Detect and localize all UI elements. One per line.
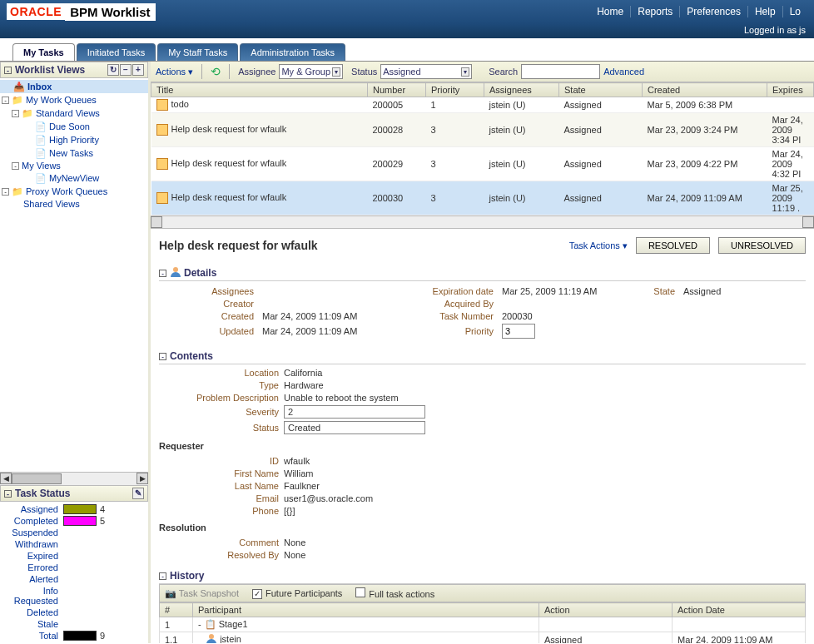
updated-value: Mar 24, 2009 11:09 AM bbox=[262, 326, 412, 336]
column-header[interactable]: Action bbox=[539, 603, 673, 617]
history-toolbar: 📷 Task Snapshot ✓Future Participants Ful… bbox=[159, 584, 806, 602]
task-status-row: Errored bbox=[3, 562, 145, 573]
nav-preferences[interactable]: Preferences bbox=[680, 6, 748, 17]
collapse-icon[interactable]: - bbox=[4, 67, 12, 74]
tab-administration-tasks[interactable]: Administration Tasks bbox=[240, 43, 345, 61]
firstname-label: First Name bbox=[176, 468, 284, 478]
status-label: Withdrawn bbox=[3, 539, 63, 549]
status-count: 4 bbox=[97, 504, 105, 514]
created-label: Created bbox=[176, 311, 259, 321]
task-snapshot-button[interactable]: 📷 Task Snapshot bbox=[165, 588, 239, 599]
tree-label: My Work Queues bbox=[26, 95, 97, 105]
task-status-header: - Task Status ✎ bbox=[0, 485, 148, 502]
column-header[interactable]: State bbox=[559, 83, 643, 97]
column-header[interactable]: Expires bbox=[767, 83, 814, 97]
tree-node[interactable]: 📄New Tasks bbox=[0, 146, 148, 160]
assignee-label: Assignee bbox=[238, 67, 275, 77]
location-label: Location bbox=[176, 368, 284, 378]
tree-node[interactable]: 📄High Priority bbox=[0, 133, 148, 146]
details-section-header[interactable]: -Details bbox=[159, 265, 806, 281]
actions-menu[interactable]: Actions ▾ bbox=[156, 67, 193, 77]
severity-input[interactable]: 2 bbox=[284, 405, 425, 419]
tree-node[interactable]: -📁My Work Queues bbox=[0, 93, 148, 107]
status-label: Completed bbox=[3, 516, 63, 526]
created-value: Mar 24, 2009 11:09 AM bbox=[262, 311, 412, 321]
priority-input[interactable] bbox=[502, 324, 535, 339]
tab-initiated-tasks[interactable]: Initiated Tasks bbox=[77, 43, 156, 61]
table-row[interactable]: Help desk request for wfaulk2000293jstei… bbox=[151, 147, 814, 181]
status-select[interactable]: Assigned▾ bbox=[380, 64, 472, 79]
detail-title: Help desk request for wfaulk bbox=[159, 239, 561, 252]
expander-icon[interactable]: - bbox=[12, 162, 19, 170]
tree-node[interactable]: -My Views bbox=[0, 160, 148, 171]
history-section-header[interactable]: -History bbox=[159, 568, 806, 584]
collapse-icon[interactable]: - bbox=[4, 490, 12, 498]
column-header[interactable]: Priority bbox=[426, 83, 484, 97]
column-header[interactable]: Action Date bbox=[673, 603, 806, 617]
nav-home[interactable]: Home bbox=[590, 6, 631, 17]
tree-node[interactable]: -📁Proxy Work Queues bbox=[0, 185, 148, 198]
history-table: #ParticipantActionAction Date 1-📋 Stage1… bbox=[159, 602, 806, 643]
column-header[interactable]: # bbox=[160, 603, 193, 617]
plus-icon[interactable]: + bbox=[132, 64, 144, 76]
expander-icon[interactable]: - bbox=[2, 188, 9, 196]
scroll-thumb[interactable] bbox=[12, 473, 62, 484]
assignee-select[interactable]: My & Group▾ bbox=[279, 64, 343, 79]
table-row[interactable]: Help desk request for wfaulk2000283jstei… bbox=[151, 113, 814, 147]
nav-logout[interactable]: Lo bbox=[783, 6, 807, 17]
table-scrollbar[interactable] bbox=[151, 215, 814, 229]
column-header[interactable]: Title bbox=[151, 83, 368, 97]
email-label: Email bbox=[176, 493, 284, 503]
nav-reports[interactable]: Reports bbox=[631, 6, 680, 17]
tab-my-staff-tasks[interactable]: My Staff Tasks bbox=[157, 43, 238, 61]
future-participants-checkbox[interactable]: ✓Future Participants bbox=[252, 588, 342, 599]
scroll-left-icon[interactable]: ◀ bbox=[0, 473, 12, 484]
assignees-label: Assignees bbox=[176, 286, 259, 296]
column-header[interactable]: Number bbox=[368, 83, 426, 97]
history-row[interactable]: 1-📋 Stage1 bbox=[160, 617, 806, 632]
tree-node[interactable]: 📄MyNewView bbox=[0, 171, 148, 185]
minus-icon[interactable]: − bbox=[120, 64, 132, 76]
table-row[interactable]: Help desk request for wfaulk2000303jstei… bbox=[151, 181, 814, 215]
history-row[interactable]: 1.1 jsteinAssignedMar 24, 2009 11:09 AM bbox=[160, 632, 806, 643]
edit-icon[interactable]: ✎ bbox=[132, 488, 144, 499]
nav-help[interactable]: Help bbox=[748, 6, 783, 17]
status-label: Stale bbox=[3, 619, 63, 629]
state-label: State bbox=[630, 286, 680, 296]
phone-label: Phone bbox=[176, 506, 284, 516]
expander-icon[interactable]: - bbox=[12, 110, 19, 117]
resolved-button[interactable]: RESOLVED bbox=[636, 237, 710, 254]
status-label: Alerted bbox=[3, 574, 63, 584]
scroll-right-icon[interactable]: ▶ bbox=[136, 473, 148, 484]
tree-scrollbar[interactable]: ◀ ▶ bbox=[0, 472, 148, 485]
tree-node[interactable]: -📁Standard Views bbox=[0, 107, 148, 120]
tree-node[interactable]: 📥Inbox bbox=[0, 80, 148, 93]
search-input[interactable] bbox=[521, 64, 600, 79]
unresolved-button[interactable]: UNRESOLVED bbox=[718, 237, 806, 254]
scroll-right-icon[interactable] bbox=[802, 216, 814, 228]
folder-icon: 📄 bbox=[35, 121, 47, 132]
comment-value: None bbox=[284, 537, 500, 547]
assignee-toggle-icon[interactable]: ⟲ bbox=[211, 65, 221, 78]
tree-label: Shared Views bbox=[23, 199, 80, 209]
problem-label: Problem Description bbox=[176, 393, 284, 403]
expander-icon[interactable]: - bbox=[2, 97, 9, 104]
task-status-row: Completed5 bbox=[3, 515, 145, 527]
status-label: Deleted bbox=[3, 607, 63, 617]
advanced-link[interactable]: Advanced bbox=[603, 67, 644, 77]
tab-my-tasks[interactable]: My Tasks bbox=[12, 43, 75, 61]
column-header[interactable]: Created bbox=[643, 83, 767, 97]
tree-node[interactable]: 📄Due Soon bbox=[0, 120, 148, 133]
contents-section-header[interactable]: -Contents bbox=[159, 349, 806, 364]
full-task-actions-checkbox[interactable]: Full task actions bbox=[355, 587, 434, 599]
column-header[interactable]: Assignees bbox=[484, 83, 559, 97]
status-input[interactable]: Created bbox=[284, 421, 425, 434]
task-actions-menu[interactable]: Task Actions ▾ bbox=[569, 240, 628, 251]
tree-node[interactable]: Shared Views bbox=[0, 198, 148, 210]
scroll-left-icon[interactable] bbox=[151, 216, 162, 228]
refresh-icon[interactable]: ↻ bbox=[107, 64, 119, 76]
column-header[interactable]: Participant bbox=[193, 603, 539, 617]
resolution-heading: Resolution bbox=[159, 519, 806, 534]
task-status-title: Task Status bbox=[15, 488, 70, 499]
table-row[interactable]: todo2000051jstein (U)AssignedMar 5, 2009… bbox=[151, 97, 814, 113]
